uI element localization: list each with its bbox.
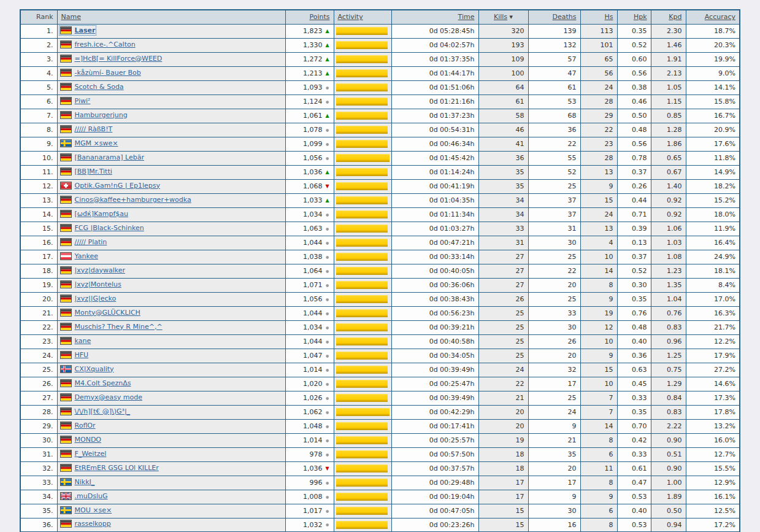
hpk-cell: 0.60 [617, 52, 651, 66]
trend-steady-icon: ● [325, 312, 330, 315]
activity-cell [334, 490, 391, 504]
rank-cell: 2. [20, 38, 57, 52]
hpk-cell: 0.50 [617, 109, 651, 123]
accuracy-cell: 16.3% [686, 306, 740, 320]
player-link[interactable]: M4.Colt SpeznΔs [60, 379, 131, 387]
accuracy-cell: 12.7% [686, 447, 740, 461]
rank-cell: 24. [20, 349, 57, 363]
points-cell: 1,034 ● [285, 207, 334, 222]
deaths-cell: 35 [528, 447, 580, 461]
trend-steady-icon: ● [325, 453, 330, 457]
deaths-cell: 25 [528, 250, 580, 264]
player-link[interactable]: .muDsluG [60, 492, 108, 500]
points-cell: 1,036 ▲ [285, 165, 334, 179]
kpd-cell: 1.06 [651, 222, 686, 236]
hs-cell: 9 [580, 179, 617, 193]
player-link[interactable]: |xyz|daywalker [60, 266, 126, 274]
player-row: 19. |xyz|Montelus 1,071 ● 0d 00:36:06h 2… [20, 278, 740, 292]
accuracy-cell: 15.8% [686, 94, 740, 109]
accuracy-cell: 11.8% [686, 151, 740, 165]
player-link[interactable]: |xyz|Montelus [60, 280, 121, 288]
points-cell: 1,014 ● [285, 433, 334, 447]
kpd-cell: 0.92 [651, 193, 686, 207]
player-link[interactable]: rasselkopp [60, 520, 111, 528]
player-link[interactable]: Cinos@kaffee+hamburger+wodka [60, 196, 191, 204]
points-value: 1,093 [303, 83, 323, 91]
rank-header: Rank [20, 10, 57, 24]
player-link[interactable]: \/\/h][t€ @]\)G³|_ [60, 407, 131, 415]
player-name-cell: Hamburgerjung [57, 109, 285, 123]
kpd-header-link[interactable]: Kpd [669, 13, 681, 21]
trend-steady-icon: ● [325, 227, 330, 231]
player-link[interactable]: EtREmER GSG LOl KILLEr [60, 464, 159, 472]
player-link[interactable]: Yankee [60, 252, 98, 260]
deaths-cell: 9 [528, 490, 580, 504]
points-value: 1,048 [303, 422, 323, 430]
player-name-cell: Piwi² [57, 94, 285, 109]
player-link[interactable]: fresh.ice-.^Calton [60, 40, 136, 48]
player-link[interactable]: MOU ×se× [60, 506, 112, 514]
name-header-link[interactable]: Name [61, 13, 81, 21]
player-name-cell: \/\/h][t€ @]\)G³|_ [57, 405, 285, 419]
player-link[interactable]: Optik.Gam!nG | Ep1lepsy [60, 182, 160, 190]
time-cell: 0d 00:36:06h [391, 278, 478, 292]
time-header-link[interactable]: Time [458, 13, 475, 21]
hpk-cell: 0.48 [617, 320, 651, 334]
player-row: 6. Piwi² 1,124 ● 0d 01:21:16h 61 53 28 0… [20, 94, 740, 109]
player-link[interactable]: kane [60, 337, 91, 345]
points-header-link[interactable]: Points [309, 13, 329, 21]
player-link[interactable]: Scotch & Soda [60, 83, 124, 91]
player-link[interactable]: |xyz||G|ecko [60, 295, 117, 303]
player-link[interactable]: RoflOr [60, 422, 96, 430]
accuracy-header-link[interactable]: Accuracy [705, 13, 735, 21]
player-link[interactable]: MONDO [60, 436, 102, 444]
hpk-header-link[interactable]: Hpk [634, 13, 647, 21]
hs-header-link[interactable]: Hs [604, 13, 613, 21]
player-link[interactable]: CX|Xquality [60, 365, 114, 373]
player-row: 34. .muDsluG 1,008 ● 0d 00:19:04h 17 9 9… [20, 490, 740, 504]
player-link[interactable]: Laser [60, 26, 96, 34]
player-link[interactable]: ///// Platin [60, 238, 107, 246]
trend-steady-icon: ● [325, 283, 330, 287]
activity-bar [336, 394, 388, 402]
player-link[interactable]: FCG |Black-Schinken [60, 224, 144, 232]
accuracy-cell: 14.1% [686, 80, 740, 94]
player-link[interactable]: Hamburgerjung [60, 111, 128, 119]
hpk-cell: 0.36 [617, 349, 651, 363]
player-row: 3. =]HcB[= KillForce@WEED 1,272 ▲ 0d 01:… [20, 52, 740, 66]
player-link[interactable]: -kåzùmí- Bauer Bob [60, 69, 141, 77]
player-link[interactable]: Demyx@easy mode [60, 393, 142, 401]
player-link[interactable]: Piwi² [60, 97, 91, 105]
player-link[interactable]: [ωđќ]Kampf$au [60, 210, 128, 218]
player-name-label: |xyz|daywalker [75, 266, 126, 274]
player-link[interactable]: ///// RàßB!T [60, 125, 113, 133]
player-name-cell: rasselkopp [57, 518, 285, 532]
rank-cell: 33. [20, 476, 57, 490]
player-link[interactable]: Monty@GLÜCKLICH [60, 309, 140, 317]
trend-steady-icon: ● [325, 396, 330, 400]
activity-bar [336, 126, 388, 134]
rank-cell: 14. [20, 207, 57, 222]
deaths-cell: 55 [528, 151, 580, 165]
flag-de-icon [60, 125, 72, 133]
activity-header-link[interactable]: Activity [338, 13, 363, 21]
player-link[interactable]: [BB]Mr.Titti [60, 168, 112, 175]
kills-cell: 25 [478, 320, 528, 334]
kills-cell: 35 [478, 165, 528, 179]
player-link[interactable]: NikkI_ [60, 478, 95, 486]
player-row: 11. [BB]Mr.Titti 1,036 ▲ 0d 01:14:24h 35… [20, 165, 740, 179]
time-cell: 0d 00:41:19h [391, 179, 478, 193]
trend-steady-icon: ● [325, 213, 330, 217]
hs-cell: 15 [580, 363, 617, 377]
player-link[interactable]: [Bananarama] Lebär [60, 153, 144, 161]
name-header: Name [57, 10, 285, 24]
player-link[interactable]: MGM ×swe× [60, 139, 118, 147]
rank-cell: 13. [20, 193, 57, 207]
player-link[interactable]: F_Weitzel [60, 450, 107, 458]
player-link[interactable]: HFU [60, 351, 89, 359]
player-link[interactable]: =]HcB[= KillForce@WEED [60, 55, 163, 63]
hs-cell: 10 [580, 250, 617, 264]
player-link[interactable]: Muschis? They R Mine^,^ [60, 323, 163, 331]
deaths-header-link[interactable]: Deaths [553, 13, 577, 21]
kills-header-link[interactable]: Kills [494, 13, 507, 21]
